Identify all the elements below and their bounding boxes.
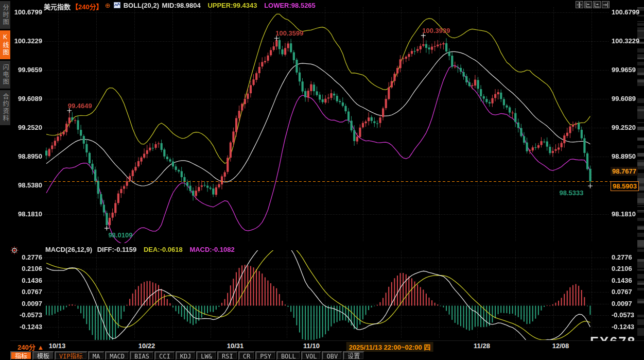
chart-tools (576, 1, 610, 8)
x-axis-label: 11/28 (474, 342, 490, 350)
macd-header: MACD(26,12,9) DIFF:-0.1159 DEA:-0.0618 M… (45, 246, 235, 253)
macd-macd-value: MACD:-0.1082 (189, 246, 234, 253)
period-badge: 【240分】 (72, 3, 103, 11)
price-axis-label-left: 98.1810 (12, 210, 42, 218)
tab-flash-chart[interactable]: 闪电图 (0, 61, 10, 89)
price-chart-canvas[interactable] (0, 0, 644, 341)
macd-axis-label-left: 0.1436 (12, 277, 42, 285)
x-axis-label: 10/13 (49, 342, 66, 350)
indicator-toolbar: 指标模板VIP指标MAMACDBIASCCIKDJLW&RSICRPSYBOLL… (10, 351, 365, 360)
tab-time-chart[interactable]: 分时图 (0, 1, 10, 29)
toolbar-rsi[interactable]: RSI (217, 351, 238, 360)
toolbar-cr[interactable]: CR (238, 351, 255, 360)
x-axis-label: 10/22 (138, 342, 155, 350)
price-annotation: 99.4649 (68, 102, 92, 110)
toolbar-vol[interactable]: VOL (301, 351, 322, 360)
price-axis-label-left: 99.2520 (12, 124, 42, 132)
symbol-title: 美元指数 (44, 3, 71, 11)
price-axis-label-left: 100.3229 (12, 37, 42, 45)
toolbar-indicator[interactable]: 指标 (10, 351, 32, 360)
toolbar-cci[interactable]: CCI (154, 351, 175, 360)
price-axis-label-left: 98.5380 (12, 181, 42, 190)
trading-app: 分时图K线图闪电图合约资料 美元指数【240分】⊕BOLL(20,2) MID:… (0, 0, 644, 360)
toolbar-template[interactable]: 模板 (32, 351, 54, 360)
scroll-right-icon[interactable] (593, 1, 601, 8)
price-annotation: 98.0109 (108, 231, 132, 239)
price-annotation: 98.5333 (560, 189, 584, 197)
boll-chart-icon (114, 2, 120, 8)
macd-axis-label-left: -0.0573 (12, 311, 42, 319)
last-price-tag: 98.5903 (611, 181, 639, 191)
macd-axis-label-left: 0.2106 (12, 265, 42, 273)
price-axis-label-left: 100.6799 (12, 8, 42, 16)
reference-price-tag: 98.7677 (611, 167, 638, 176)
price-axis-label-left: 98.8950 (12, 152, 42, 161)
x-axis-label: 11/10 (303, 342, 320, 350)
price-annotation: 100.3599 (275, 29, 303, 37)
pan-tool-icon[interactable] (576, 1, 583, 8)
boll-mid-value: MID:98.9804 (162, 2, 201, 9)
red-alert-dot-icon (10, 246, 19, 256)
toolbar-settings[interactable]: 设置 (343, 351, 364, 360)
macd-axis-label-left: -0.1243 (12, 323, 42, 331)
toolbar-ma[interactable]: MA (88, 351, 105, 360)
price-annotation: 100.3939 (422, 27, 450, 35)
macd-axis-label-left: 0.0097 (12, 300, 42, 308)
toolbar-boll[interactable]: BOLL (276, 351, 301, 360)
price-axis-label-left: 99.9659 (12, 66, 42, 74)
macd-dea-value: DEA:-0.0618 (144, 246, 183, 253)
toolbar-macd[interactable]: MACD (105, 351, 129, 360)
toolbar-bias[interactable]: BIAS (130, 351, 154, 360)
macd-axis-label-left: 0.0767 (12, 288, 42, 296)
x-axis-label: 12/08 (552, 342, 569, 350)
sidebar: 分时图K线图闪电图合约资料 (0, 0, 10, 360)
scroll-left-icon[interactable] (584, 1, 592, 8)
x-axis-current-range: 2025/11/13 22:00~02:00 四 (346, 342, 433, 352)
boll-label: BOLL(20,2) (124, 2, 159, 9)
x-axis: 240分 ▲ 10/1310/2210/3111/102025/11/13 22… (10, 341, 644, 351)
period-selector[interactable]: 240分 ▲ (18, 342, 44, 352)
toolbar-psy[interactable]: PSY (255, 351, 276, 360)
chart-header: 美元指数【240分】⊕BOLL(20,2) MID:98.9804 UPPER:… (44, 2, 316, 11)
x-axis-label: 10/31 (227, 342, 244, 350)
goto-latest-icon[interactable] (602, 1, 610, 8)
boll-upper-value: UPPER:99.4343 (207, 2, 257, 9)
macd-name: MACD(26,12,9) (45, 246, 92, 253)
add-indicator-icon[interactable]: ⊕ (105, 2, 111, 9)
boll-lower-value: LOWER:98.5265 (264, 2, 316, 9)
toolbar-obv[interactable]: OBV (322, 351, 342, 360)
tab-kline-chart[interactable]: K线图 (0, 30, 10, 59)
toolbar-lwr[interactable]: LW& (196, 351, 217, 360)
tab-contract-info[interactable]: 合约资料 (0, 90, 10, 125)
price-axis-label-left: 99.6089 (12, 95, 42, 103)
right-scroll-strip[interactable] (637, 7, 644, 339)
toolbar-vip-indicator[interactable]: VIP指标 (55, 351, 88, 360)
macd-diff-value: DIFF:-0.1159 (97, 246, 137, 253)
toolbar-kdj[interactable]: KDJ (176, 351, 196, 360)
